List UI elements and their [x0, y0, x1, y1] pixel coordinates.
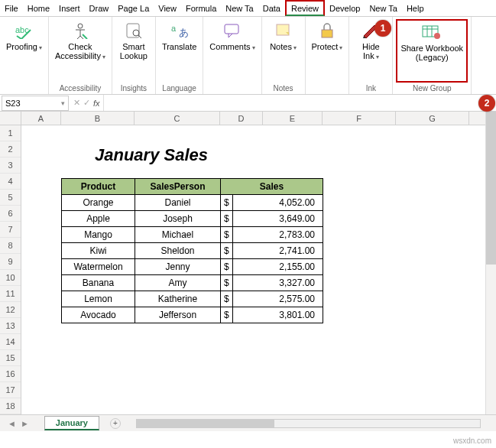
- col-header[interactable]: A: [21, 112, 61, 125]
- menu-new-tab-2[interactable]: New Ta: [365, 0, 401, 16]
- menu-new-tab[interactable]: New Ta: [221, 0, 258, 16]
- menu-home[interactable]: Home: [23, 0, 54, 16]
- menu-view[interactable]: View: [154, 0, 181, 16]
- row-header[interactable]: 3: [0, 157, 21, 174]
- sheet-tab-bar: ◄► January +: [0, 414, 496, 431]
- cell-person[interactable]: Amy: [135, 275, 221, 291]
- confirm-icon[interactable]: ✓: [83, 98, 90, 108]
- cell-person[interactable]: Joseph: [135, 211, 221, 227]
- row-header[interactable]: 1: [0, 125, 21, 141]
- table-row: OrangeDaniel$4,052.00: [62, 195, 323, 211]
- name-box[interactable]: S23▾: [2, 96, 69, 111]
- row-header[interactable]: 9: [0, 254, 21, 270]
- cell-person[interactable]: Daniel: [135, 195, 221, 211]
- menu-formulas[interactable]: Formula: [181, 0, 221, 16]
- row-header[interactable]: 7: [0, 222, 21, 238]
- row-header[interactable]: 10: [0, 270, 21, 286]
- cell-person[interactable]: Sheldon: [135, 243, 221, 259]
- cell-product[interactable]: Kiwi: [62, 243, 135, 259]
- menu-insert[interactable]: Insert: [54, 0, 85, 16]
- cell-amount[interactable]: 2,575.00: [233, 291, 323, 307]
- formula-input[interactable]: [103, 95, 496, 111]
- row-header[interactable]: 6: [0, 206, 21, 222]
- cell-product[interactable]: Lemon: [62, 291, 135, 307]
- add-sheet-button[interactable]: +: [110, 418, 121, 429]
- horizontal-scrollbar[interactable]: [136, 419, 481, 428]
- cell-currency[interactable]: $: [221, 275, 233, 291]
- row-header[interactable]: 13: [0, 318, 21, 334]
- callout-1: 1: [374, 20, 391, 37]
- share-workbook-button[interactable]: Share Workbook (Legacy): [396, 19, 468, 83]
- cancel-icon[interactable]: ✕: [73, 98, 80, 108]
- cell-product[interactable]: Mango: [62, 227, 135, 243]
- cell-amount[interactable]: 4,052.00: [233, 195, 323, 211]
- row-header[interactable]: 5: [0, 190, 21, 206]
- cell-currency[interactable]: $: [221, 243, 233, 259]
- row-header[interactable]: 16: [0, 366, 21, 382]
- scroll-thumb[interactable]: [137, 420, 274, 427]
- translate-button[interactable]: aあ Translate: [159, 19, 199, 83]
- cell-currency[interactable]: $: [221, 307, 233, 323]
- row-header[interactable]: 2: [0, 141, 21, 157]
- col-header[interactable]: D: [220, 112, 263, 125]
- cell-amount[interactable]: 3,327.00: [233, 275, 323, 291]
- row-header[interactable]: 8: [0, 238, 21, 254]
- comments-button[interactable]: Comments: [206, 19, 258, 91]
- menu-file[interactable]: File: [0, 0, 23, 16]
- cell-amount[interactable]: 3,649.00: [233, 211, 323, 227]
- fx-icon[interactable]: fx: [93, 99, 100, 108]
- cell-person[interactable]: Jefferson: [135, 307, 221, 323]
- smart-lookup-button[interactable]: Smart Lookup: [115, 19, 152, 83]
- prev-sheet-icon[interactable]: ◄: [8, 419, 16, 428]
- col-header[interactable]: E: [263, 112, 323, 125]
- cell-product[interactable]: Banana: [62, 275, 135, 291]
- menu-developer[interactable]: Develop: [325, 0, 365, 16]
- protect-button[interactable]: Protect: [309, 19, 346, 91]
- cell-product[interactable]: Orange: [62, 195, 135, 211]
- cell-amount[interactable]: 2,741.00: [233, 243, 323, 259]
- cell-currency[interactable]: $: [221, 259, 233, 275]
- menu-draw[interactable]: Draw: [85, 0, 114, 16]
- row-header[interactable]: 17: [0, 382, 21, 398]
- cell-product[interactable]: Apple: [62, 211, 135, 227]
- sheet-nav[interactable]: ◄►: [0, 419, 37, 428]
- notes-button[interactable]: Notes: [265, 19, 302, 83]
- proofing-button[interactable]: abc Proofing: [3, 19, 45, 91]
- cell-amount[interactable]: 3,801.00: [233, 307, 323, 323]
- next-sheet-icon[interactable]: ►: [21, 419, 29, 428]
- row-header[interactable]: 4: [0, 174, 21, 190]
- select-all-corner[interactable]: [0, 112, 21, 125]
- menu-page-layout[interactable]: Page La: [113, 0, 154, 16]
- cells-area[interactable]: January Sales Product SalesPerson Sales …: [21, 125, 496, 414]
- row-header[interactable]: 15: [0, 350, 21, 366]
- check-accessibility-button[interactable]: Check Accessibility: [52, 19, 109, 83]
- table-row: AvocadoJefferson$3,801.00: [62, 307, 323, 323]
- cell-currency[interactable]: $: [221, 227, 233, 243]
- col-header[interactable]: G: [396, 112, 469, 125]
- th-sales: Sales: [221, 179, 323, 195]
- menu-data[interactable]: Data: [258, 0, 285, 16]
- col-header[interactable]: B: [61, 112, 135, 125]
- sheet-tab-january[interactable]: January: [44, 416, 99, 430]
- row-header[interactable]: 12: [0, 302, 21, 318]
- cell-product[interactable]: Watermelon: [62, 259, 135, 275]
- vertical-scrollbar[interactable]: [485, 112, 496, 417]
- cell-product[interactable]: Avocado: [62, 307, 135, 323]
- cell-currency[interactable]: $: [221, 211, 233, 227]
- row-header[interactable]: 18: [0, 398, 21, 414]
- cell-person[interactable]: Michael: [135, 227, 221, 243]
- svg-rect-8: [322, 30, 332, 37]
- cell-currency[interactable]: $: [221, 291, 233, 307]
- cell-amount[interactable]: 2,783.00: [233, 227, 323, 243]
- cell-currency[interactable]: $: [221, 195, 233, 211]
- cell-amount[interactable]: 2,155.00: [233, 259, 323, 275]
- menu-help[interactable]: Help: [402, 0, 429, 16]
- scroll-thumb[interactable]: [486, 112, 496, 265]
- menu-review[interactable]: Review: [285, 0, 325, 16]
- cell-person[interactable]: Jenny: [135, 259, 221, 275]
- col-header[interactable]: C: [135, 112, 220, 125]
- col-header[interactable]: F: [323, 112, 396, 125]
- row-header[interactable]: 11: [0, 286, 21, 302]
- row-header[interactable]: 14: [0, 334, 21, 350]
- cell-person[interactable]: Katherine: [135, 291, 221, 307]
